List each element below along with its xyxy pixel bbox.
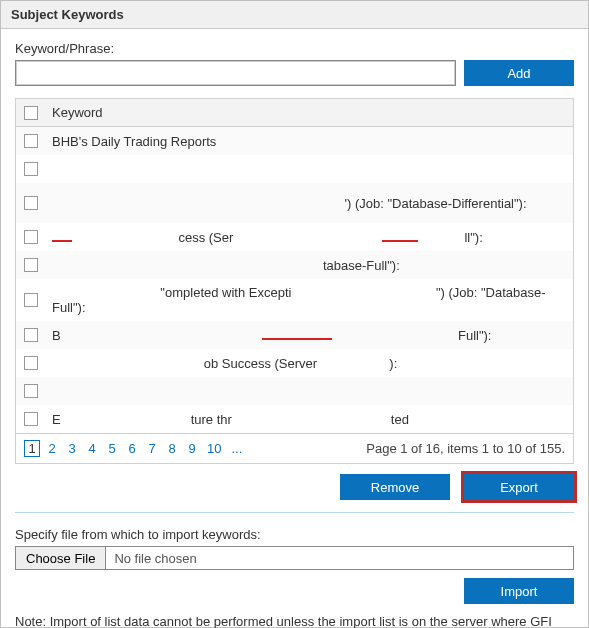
table-row: cess (Ser ll"):	[16, 223, 573, 251]
keyword-cell: ob Success (Server ):	[52, 356, 565, 371]
table-row: "ompleted with Excepti ") (Job: "Databas…	[16, 279, 573, 321]
keyword-cell: E ture thr ted	[52, 412, 565, 427]
row-checkbox[interactable]	[24, 162, 38, 176]
table-row: B Full"):	[16, 321, 573, 349]
redaction-mark	[52, 240, 72, 242]
column-header-keyword: Keyword	[52, 105, 565, 120]
import-button[interactable]: Import	[464, 578, 574, 604]
import-note: Note: Import of list data cannot be perf…	[15, 614, 574, 628]
file-input-row: Choose File No file chosen	[15, 546, 574, 570]
select-all-checkbox[interactable]	[24, 106, 38, 120]
page-link[interactable]: 6	[124, 441, 140, 456]
choose-file-button[interactable]: Choose File	[16, 547, 106, 569]
subject-keywords-panel: Subject Keywords Keyword/Phrase: Add Key…	[0, 0, 589, 628]
page-link[interactable]: 2	[44, 441, 60, 456]
row-checkbox[interactable]	[24, 384, 38, 398]
page-link[interactable]: 3	[64, 441, 80, 456]
table-row	[16, 155, 573, 183]
remove-button[interactable]: Remove	[340, 474, 450, 500]
page-link[interactable]: 5	[104, 441, 120, 456]
keyword-cell: tabase-Full"):	[52, 258, 565, 273]
row-checkbox[interactable]	[24, 258, 38, 272]
table-row: E ture thr ted	[16, 405, 573, 433]
keyword-cell: BHB's Daily Trading Reports	[52, 134, 565, 149]
table-row: tabase-Full"):	[16, 251, 573, 279]
keywords-table: Keyword BHB's Daily Trading Reports ') (…	[15, 98, 574, 464]
section-divider	[15, 512, 574, 513]
keyword-cell: cess (Ser ll"):	[52, 230, 565, 245]
keyword-cell	[52, 384, 565, 399]
table-row: ') (Job: "Database-Differential"):	[16, 183, 573, 223]
keyword-cell: "ompleted with Excepti ") (Job: "Databas…	[52, 285, 565, 315]
keyword-cell: ') (Job: "Database-Differential"):	[52, 196, 565, 211]
pagination: 12345678910...	[24, 440, 245, 457]
keyword-cell: B Full"):	[52, 328, 565, 343]
export-button[interactable]: Export	[464, 474, 574, 500]
redaction-mark	[262, 338, 332, 340]
page-link[interactable]: 4	[84, 441, 100, 456]
import-label: Specify file from which to import keywor…	[15, 527, 574, 542]
page-link[interactable]: 9	[184, 441, 200, 456]
row-checkbox[interactable]	[24, 328, 38, 342]
table-row: BHB's Daily Trading Reports	[16, 127, 573, 155]
row-checkbox[interactable]	[24, 356, 38, 370]
page-link[interactable]: 1	[24, 440, 40, 457]
table-row: ob Success (Server ):	[16, 349, 573, 377]
redaction-mark	[382, 240, 418, 242]
page-link[interactable]: 8	[164, 441, 180, 456]
row-checkbox[interactable]	[24, 412, 38, 426]
page-link[interactable]: 10	[204, 441, 224, 456]
page-link[interactable]: 7	[144, 441, 160, 456]
row-checkbox[interactable]	[24, 196, 38, 210]
keyword-cell	[52, 162, 565, 177]
page-ellipsis: ...	[228, 441, 245, 456]
keyword-phrase-label: Keyword/Phrase:	[15, 41, 574, 56]
file-chosen-status: No file chosen	[106, 547, 573, 569]
panel-title: Subject Keywords	[1, 1, 588, 29]
table-row	[16, 377, 573, 405]
row-checkbox[interactable]	[24, 230, 38, 244]
keyword-phrase-input[interactable]	[15, 60, 456, 86]
row-checkbox[interactable]	[24, 134, 38, 148]
add-button[interactable]: Add	[464, 60, 574, 86]
page-info: Page 1 of 16, items 1 to 10 of 155.	[366, 441, 565, 456]
row-checkbox[interactable]	[24, 293, 38, 307]
